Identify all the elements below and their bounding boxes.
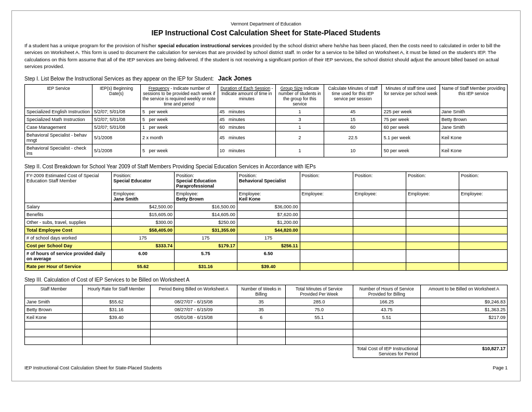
freq-cell: 5 per week bbox=[140, 116, 218, 124]
group-cell: 2 bbox=[276, 131, 324, 144]
table-row: Case Management 5/2/07; 5/01/08 1 per we… bbox=[25, 124, 508, 131]
s3-col-minweek: Total Minutes of Service Provided Per We… bbox=[285, 285, 353, 298]
col-duration: Duration of Each Session - Indicate amou… bbox=[218, 85, 275, 108]
s3-col-rate: Hourly Rate for Staff Member bbox=[83, 285, 150, 298]
s3-amount1: $9,246.83 bbox=[420, 298, 507, 306]
cost-day-val2: $179.17 bbox=[174, 242, 237, 250]
rate-val7 bbox=[459, 263, 508, 271]
salary-val4 bbox=[300, 203, 353, 211]
s3-rate1: $55.62 bbox=[83, 298, 150, 306]
s3-total-amount: $10,827.17 bbox=[420, 345, 507, 358]
staff-cell: Keil Kone bbox=[440, 144, 507, 157]
s3-minweek1: 285.0 bbox=[285, 298, 353, 306]
cost-day-val6 bbox=[406, 242, 459, 250]
school-days-label: # of school days worked bbox=[25, 234, 112, 242]
benefits-val5 bbox=[353, 211, 406, 219]
s3-weeks1: 35 bbox=[237, 298, 285, 306]
table-row: Specialized Math Instruction 5/2/07; 5/0… bbox=[25, 116, 508, 124]
total-emp-val5 bbox=[353, 227, 406, 234]
position-row: FY-2009 Estimated Cost of Special Educat… bbox=[25, 172, 508, 190]
col-iep-begin: IEP(s) Beginning Date(s) bbox=[92, 85, 141, 108]
s3-staff3: Keil Kone bbox=[25, 314, 83, 322]
s3-period1: 08/27/07 - 6/15/08 bbox=[150, 298, 237, 306]
dept-text: Vermont Department of Education bbox=[231, 21, 301, 26]
salary-val3: $36,000.00 bbox=[237, 203, 300, 211]
col-minutes-week: Minutes of staff time used for service p… bbox=[382, 85, 440, 108]
rate-val1: 55.62 bbox=[112, 263, 175, 271]
benefits-val2: $14,605.00 bbox=[174, 211, 237, 219]
page: Vermont Department of Education IEP Inst… bbox=[11, 10, 521, 381]
hours-val1: 6.00 bbox=[112, 250, 175, 263]
other-val3: $1,200.00 bbox=[237, 219, 300, 227]
service-cell: Case Management bbox=[25, 124, 92, 131]
total-emp-val3: $44,820.00 bbox=[237, 227, 300, 234]
emp6-label: Employee: bbox=[406, 190, 459, 203]
col-frequency: Frequency - Indicate number of sessions … bbox=[140, 85, 218, 108]
rate-val5 bbox=[353, 263, 406, 271]
cost-day-val4 bbox=[300, 242, 353, 250]
school-days-val1: 175 bbox=[112, 234, 175, 242]
hours-val4 bbox=[300, 250, 353, 263]
s3-row-empty bbox=[25, 329, 508, 337]
freq-cell: 1 per week bbox=[140, 124, 218, 131]
table-row: Behavioral Specialist - check ins 5/1/20… bbox=[25, 144, 508, 157]
cost-day-val3: $256.11 bbox=[237, 242, 300, 250]
s3-minweek2: 75.0 bbox=[285, 306, 353, 314]
other-row: Other - subs, travel, supplies $300.00 $… bbox=[25, 219, 508, 227]
hours-val6 bbox=[406, 250, 459, 263]
begin-cell: 5/2/07; 5/01/08 bbox=[92, 116, 141, 124]
total-emp-val7 bbox=[459, 227, 508, 234]
s3-amount2: $1,363.25 bbox=[420, 306, 507, 314]
pos5-label: Position: bbox=[353, 172, 406, 190]
dur-cell: 60 minutes bbox=[218, 124, 275, 131]
dept-header: Vermont Department of Education bbox=[24, 21, 508, 26]
school-days-val7 bbox=[459, 234, 508, 242]
service-cell: Specialized English Instruction bbox=[25, 108, 92, 116]
begin-cell: 5/2/07; 5/01/08 bbox=[92, 124, 141, 131]
salary-val1: $42,500.00 bbox=[112, 203, 175, 211]
table-row: Behavioral Specialist - behav mngt 5/1/2… bbox=[25, 131, 508, 144]
s3-col-amount: Amount to be Billed on Worksheet A bbox=[420, 285, 507, 298]
col-calc-minutes: Calculate Minutes of staff time used for… bbox=[324, 85, 381, 108]
benefits-val4 bbox=[300, 211, 353, 219]
school-days-val3: 175 bbox=[237, 234, 300, 242]
s3-col-hours: Number of Hours of Service Provided for … bbox=[353, 285, 420, 298]
emp1-label: Employee:Jane Smith bbox=[112, 190, 175, 203]
step2-table: FY-2009 Estimated Cost of Special Educat… bbox=[24, 171, 508, 271]
s3-weeks2: 35 bbox=[237, 306, 285, 314]
s3-minweek3: 55.1 bbox=[285, 314, 353, 322]
step1-label: Step I. List Below the Instructional Ser… bbox=[24, 75, 508, 82]
salary-label: Salary bbox=[25, 203, 112, 211]
minweek-cell: 60 per week bbox=[382, 124, 440, 131]
salary-row: Salary $42,500.00 $16,500.00 $36,000.00 bbox=[25, 203, 508, 211]
rate-val6 bbox=[406, 263, 459, 271]
pos3-label: Position:Behavioral Specialist bbox=[237, 172, 300, 190]
group-cell: 1 bbox=[276, 124, 324, 131]
salary-val2: $16,500.00 bbox=[174, 203, 237, 211]
step3-label: Step III. Calculation of Cost of IEP Ser… bbox=[24, 277, 508, 283]
freq-cell: 2 x month bbox=[140, 131, 218, 144]
other-val6 bbox=[406, 219, 459, 227]
minweek-cell: 75 per week bbox=[382, 116, 440, 124]
s3-amount3: $217.09 bbox=[420, 314, 507, 322]
pos6-label: Position: bbox=[406, 172, 459, 190]
freq-cell: 5 per week bbox=[140, 108, 218, 116]
salary-val6 bbox=[406, 203, 459, 211]
dur-cell: 45 minutes bbox=[218, 116, 275, 124]
staff-cell: Jane Smith bbox=[440, 108, 507, 116]
rate-label: Rate per Hour of Service bbox=[25, 263, 112, 271]
hours-val5 bbox=[353, 250, 406, 263]
benefits-label: Benefits bbox=[25, 211, 112, 219]
calcmin-cell: 22.5 bbox=[324, 131, 381, 144]
col-group-size: Group Size Indicate number of students i… bbox=[276, 85, 324, 108]
step1-table: IEP Service IEP(s) Beginning Date(s) Fre… bbox=[24, 84, 508, 157]
s3-period2: 08/27/07 - 6/15/09 bbox=[150, 306, 237, 314]
other-val5 bbox=[353, 219, 406, 227]
col-staff-name: Name of Staff Member providing this IEP … bbox=[440, 85, 507, 108]
s3-col-staff: Staff Member bbox=[25, 285, 83, 298]
freq-cell: 5 per week bbox=[140, 144, 218, 157]
benefits-val1: $15,605.00 bbox=[112, 211, 175, 219]
school-days-val6 bbox=[406, 234, 459, 242]
total-emp-val1: $58,405.00 bbox=[112, 227, 175, 234]
total-employee-row: Total Employee Cost $58,405.00 $31,355.0… bbox=[25, 227, 508, 234]
